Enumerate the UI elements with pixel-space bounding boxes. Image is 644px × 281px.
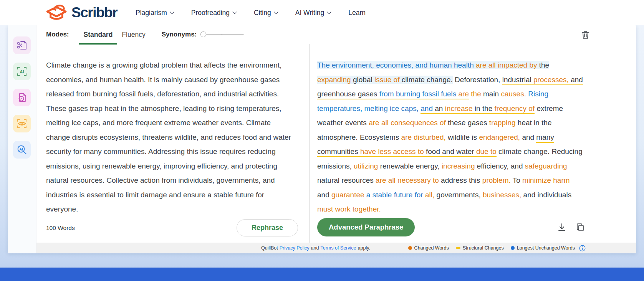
nav-item-plagiarism[interactable]: Plagiarism	[136, 9, 174, 17]
synonyms-slider[interactable]	[200, 31, 243, 38]
paraphrase-segment[interactable]: address this	[441, 176, 482, 184]
paraphrase-segment[interactable]: an	[435, 104, 445, 114]
paraphrase-segment[interactable]: utilizing	[354, 162, 380, 170]
chevron-down-icon	[274, 10, 278, 14]
svg-text:c: c	[20, 97, 22, 101]
download-icon[interactable]	[558, 223, 566, 232]
paraphrase-segment[interactable]: wildlife is	[448, 133, 479, 141]
paraphrase-segment[interactable]: minimize harm	[522, 176, 570, 184]
paraphrase-segment[interactable]: climate change.	[402, 76, 453, 84]
legend-item: Changed Words	[408, 245, 449, 251]
sidebar-item-ai-detector[interactable]: AI	[13, 63, 31, 80]
paraphrase-segment[interactable]: trapping	[489, 119, 518, 127]
nav-menu: Plagiarism Proofreading Citing AI Writin…	[136, 9, 366, 17]
synonyms-label: Synonyms:	[162, 31, 197, 38]
scribbr-logo[interactable]: Scribbr	[45, 3, 117, 22]
copy-icon[interactable]	[576, 223, 584, 232]
info-icon[interactable]	[579, 245, 586, 251]
tab-standard[interactable]: Standard	[79, 25, 118, 44]
paraphrase-segment[interactable]: industrial	[502, 76, 533, 85]
paraphraser-tool-card: AI c	[8, 25, 636, 253]
paraphrase-segment[interactable]: increasing	[442, 162, 477, 170]
paraphrase-segment[interactable]: main	[483, 90, 501, 98]
paraphrase-segment[interactable]: the	[539, 61, 549, 69]
paraphrase-segment[interactable]: and	[522, 133, 536, 141]
paraphrase-segment[interactable]: and	[421, 104, 435, 114]
legend-label: Changed Words	[414, 245, 449, 251]
nav-item-citing[interactable]: Citing	[254, 9, 278, 17]
paraphrase-segment[interactable]: efficiency, and	[477, 162, 525, 170]
paraphrase-segment[interactable]: renewable energy,	[380, 162, 442, 170]
paraphrase-segment[interactable]: are disturbed,	[401, 133, 448, 141]
card-footer: QuillBot Privacy Policy and Terms of Ser…	[36, 243, 636, 253]
paraphrase-segment[interactable]: are all necessary to	[376, 176, 441, 184]
paraphrase-segment[interactable]: are	[459, 90, 469, 99]
tools-sidebar: AI c	[8, 25, 36, 253]
sidebar-item-paraphraser[interactable]	[13, 36, 31, 54]
paraphrase-segment[interactable]: Deforestation,	[453, 76, 502, 84]
logo-wordmark: Scribbr	[71, 5, 117, 21]
svg-text:AI: AI	[20, 69, 24, 74]
original-text-panel: Climate change is a growing global probl…	[36, 44, 310, 243]
paraphrase-segment[interactable]: endangered,	[479, 133, 522, 141]
paraphraser-scissors-document-icon	[17, 40, 27, 51]
sidebar-item-plagiarism-checker[interactable]: c	[13, 89, 31, 106]
paraphrase-segment[interactable]: The environment, economies, and human he…	[317, 61, 476, 69]
paraphrase-segment[interactable]: safeguarding	[525, 162, 567, 170]
graduation-cap-icon	[45, 3, 68, 22]
paraphrase-segment[interactable]: food and water	[426, 147, 476, 157]
sidebar-item-proofreader[interactable]	[13, 115, 31, 132]
advanced-paraphrase-button[interactable]: Advanced Paraphrase	[317, 218, 415, 236]
paraphrase-segment[interactable]: a stable future for	[366, 191, 425, 199]
paraphrase-segment[interactable]: are all consequences of	[369, 119, 448, 127]
ai-detector-brackets-icon: AI	[17, 66, 27, 77]
nav-item-learn[interactable]: Learn	[348, 9, 366, 17]
sidebar-item-ai-search[interactable]: AI	[13, 141, 31, 159]
paraphrase-segment[interactable]: To	[513, 176, 522, 184]
privacy-policy-link[interactable]: Privacy Policy	[280, 245, 310, 251]
paraphrase-segment[interactable]: and individuals	[523, 191, 572, 199]
nav-item-ai-writing[interactable]: AI Writing	[295, 9, 331, 17]
paraphrase-segment[interactable]: frequency of	[495, 104, 535, 114]
quillbot-attribution: QuillBot Privacy Policy and Terms of Ser…	[261, 245, 370, 251]
paraphrase-segment[interactable]: and	[317, 191, 331, 199]
trash-icon[interactable]	[581, 30, 589, 39]
paraphrase-segment[interactable]: are all impacted by	[476, 61, 539, 69]
nav-item-proofreading[interactable]: Proofreading	[191, 9, 236, 17]
paraphrase-segment[interactable]: in the	[475, 104, 495, 114]
terms-of-service-link[interactable]: Terms of Service	[320, 245, 356, 251]
paraphrase-segment[interactable]: businesses,	[483, 191, 523, 199]
modes-label: Modes:	[46, 31, 69, 38]
paraphrase-segment[interactable]: all,	[425, 191, 437, 199]
slider-tick	[222, 34, 222, 35]
paraphrase-segment[interactable]: governments,	[437, 191, 483, 199]
svg-text:AI: AI	[19, 147, 23, 151]
paraphrase-segment[interactable]: the	[469, 90, 483, 98]
slider-tick	[243, 34, 244, 35]
paraphrased-text: The environment, economies, and human he…	[310, 44, 584, 217]
paraphrase-segment[interactable]: these gases	[448, 119, 489, 127]
word-count: 100 Words	[46, 225, 75, 231]
paraphrase-segment[interactable]: from burning fossil fuels	[379, 90, 459, 99]
paraphrase-segment[interactable]: global	[353, 76, 374, 84]
original-text[interactable]: Climate change is a growing global probl…	[36, 44, 295, 217]
paraphrased-text-panel: The environment, economies, and human he…	[310, 44, 636, 243]
top-navigation: Scribbr Plagiarism Proofreading Citing A…	[0, 0, 644, 25]
tab-fluency[interactable]: Fluency	[117, 25, 150, 44]
paraphrase-segment[interactable]: processes,	[533, 76, 571, 85]
paraphrase-segment[interactable]: due to	[476, 147, 497, 157]
paraphrase-segment[interactable]: natural resources	[317, 176, 376, 184]
structural-changes-dash-icon	[456, 247, 460, 249]
paraphrase-segment[interactable]: guarantee	[331, 191, 366, 199]
slider-thumb[interactable]	[200, 31, 206, 37]
paraphrase-segment[interactable]: problem.	[482, 176, 513, 184]
paraphrase-segment[interactable]: causes.	[501, 90, 528, 98]
legend: Changed WordsStructural ChangesLongest U…	[408, 245, 575, 251]
paraphrase-segment[interactable]: increase	[445, 104, 475, 114]
paraphrase-segment[interactable]: expanding	[317, 76, 353, 84]
paraphrase-segment[interactable]: issue of	[374, 76, 402, 84]
proofreader-eye-brackets-icon	[17, 118, 27, 129]
paraphrase-segment[interactable]: must work together.	[317, 205, 381, 213]
rephrase-button[interactable]: Rephrase	[237, 219, 298, 236]
paraphrase-segment[interactable]: have less access to	[360, 147, 426, 157]
